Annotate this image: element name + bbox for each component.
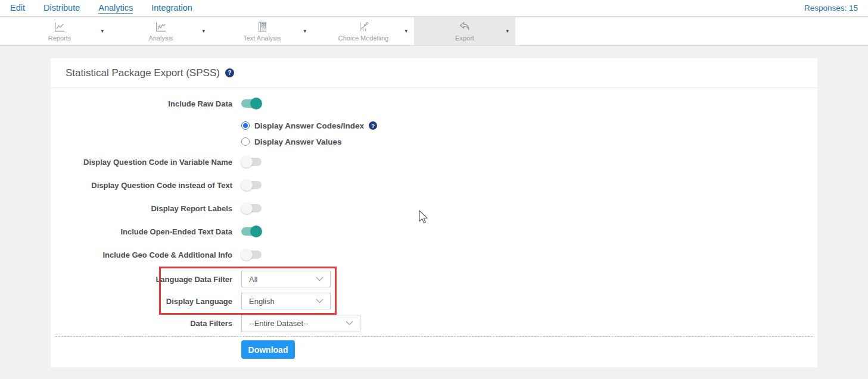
include-geo-code-toggle[interactable] xyxy=(241,250,262,259)
toggle-knob xyxy=(241,249,253,261)
toolbar-item-label: Export xyxy=(455,35,474,42)
question-code-in-variable-name-toggle[interactable] xyxy=(241,158,262,166)
nav-item-distribute[interactable]: Distribute xyxy=(43,3,80,14)
form-row-display-language: Display Language English xyxy=(51,293,817,309)
download-button[interactable]: Download xyxy=(241,340,295,359)
display-report-labels-toggle[interactable] xyxy=(241,204,262,212)
field-label: Data Filters xyxy=(51,319,232,328)
toolbar-item-label: Text Analysis xyxy=(243,35,281,42)
form-row-report-labels: Display Report Labels xyxy=(51,201,817,216)
toolbar-item-analysis[interactable]: Analysis ▾ xyxy=(110,17,211,45)
radio-label: Display Answer Values xyxy=(254,137,342,146)
scatter-chart-icon xyxy=(357,20,370,33)
language-data-filter-dropdown[interactable]: All xyxy=(241,271,331,287)
form-row-data-filters: Data Filters --Entire Dataset-- xyxy=(51,315,817,331)
line-chart-icon xyxy=(53,20,66,33)
toolbar-item-label: Analysis xyxy=(149,35,173,42)
toolbar-item-reports[interactable]: Reports ▾ xyxy=(9,17,110,45)
field-label: Language Data Filter xyxy=(51,275,232,284)
toolbar-item-export[interactable]: Export ▾ xyxy=(414,17,515,45)
chevron-down-icon[interactable]: ▾ xyxy=(405,28,407,34)
toolbar-item-label: Reports xyxy=(48,35,71,42)
help-icon[interactable]: ? xyxy=(369,121,377,130)
field-label: Include Raw Data xyxy=(51,99,232,108)
include-open-ended-text-toggle[interactable] xyxy=(241,227,262,236)
toggle-knob xyxy=(241,156,253,168)
chevron-down-icon[interactable]: ▾ xyxy=(506,28,509,34)
radio-row-answer-codes: Display Answer Codes/Index ? xyxy=(241,118,377,133)
field-label: Display Question Code in Variable Name xyxy=(51,158,232,167)
toggle-knob xyxy=(250,225,262,237)
nav-item-analytics[interactable]: Analytics xyxy=(98,3,133,14)
display-answer-codes-radio[interactable] xyxy=(241,121,250,130)
include-raw-data-toggle[interactable] xyxy=(241,99,262,108)
field-label: Display Report Labels xyxy=(51,204,232,213)
chevron-down-icon[interactable]: ▾ xyxy=(303,28,306,34)
nav-item-edit[interactable]: Edit xyxy=(10,3,25,14)
nav-item-integration[interactable]: Integration xyxy=(151,3,192,14)
dashed-divider xyxy=(55,336,813,337)
form-row-language-data-filter: Language Data Filter All xyxy=(51,271,817,287)
form-row-geo-code: Include Geo Code & Additional Info xyxy=(51,247,817,262)
spss-export-panel: Statistical Package Export (SPSS) ? Incl… xyxy=(51,58,817,367)
form-row-include-raw-data: Include Raw Data xyxy=(51,96,817,111)
chevron-down-icon xyxy=(316,277,323,281)
analytics-toolbar: Reports ▾ Analysis ▾ Text Analysis ▾ xyxy=(0,17,868,46)
chevron-down-icon xyxy=(346,321,353,325)
multi-line-chart-icon xyxy=(154,20,167,33)
responses-count[interactable]: Responses: 15 xyxy=(804,4,858,12)
page-title: Statistical Package Export (SPSS) xyxy=(66,67,220,79)
question-code-instead-of-text-toggle[interactable] xyxy=(241,181,262,189)
toggle-knob xyxy=(241,179,253,191)
toggle-knob xyxy=(241,202,253,214)
field-label: Display Language xyxy=(51,297,232,306)
toolbar-item-text-analysis[interactable]: Text Analysis ▾ xyxy=(211,17,313,45)
field-label: Display Question Code instead of Text xyxy=(51,181,232,190)
form-row-open-ended-text: Include Open-Ended Text Data xyxy=(51,224,817,239)
field-label: Include Open-Ended Text Data xyxy=(51,227,232,236)
export-arrow-icon xyxy=(458,20,471,33)
chevron-down-icon[interactable]: ▾ xyxy=(101,28,104,34)
form-row-question-code-variable-name: Display Question Code in Variable Name xyxy=(51,154,817,170)
top-navigation: Edit Distribute Analytics Integration Re… xyxy=(0,0,868,17)
chevron-down-icon[interactable]: ▾ xyxy=(202,28,205,34)
radio-row-answer-values: Display Answer Values xyxy=(241,134,342,149)
display-language-dropdown[interactable]: English xyxy=(241,293,331,309)
radio-label: Display Answer Codes/Index xyxy=(254,121,364,130)
help-icon[interactable]: ? xyxy=(225,68,234,77)
display-answer-values-radio[interactable] xyxy=(241,137,250,146)
nav-items: Edit Distribute Analytics Integration xyxy=(10,3,192,14)
panel-title-row: Statistical Package Export (SPSS) ? xyxy=(51,58,817,88)
dropdown-value: --Entire Dataset-- xyxy=(249,319,309,328)
document-grid-icon xyxy=(256,20,269,33)
dropdown-value: English xyxy=(249,297,275,306)
toolbar-item-choice-modelling[interactable]: Choice Modelling ▾ xyxy=(313,17,414,45)
toggle-knob xyxy=(250,98,262,109)
toolbar-item-label: Choice Modelling xyxy=(338,35,388,42)
form-row-question-code-instead-of-text: Display Question Code instead of Text xyxy=(51,177,817,193)
data-filters-dropdown[interactable]: --Entire Dataset-- xyxy=(241,315,360,331)
dropdown-value: All xyxy=(249,275,257,284)
chevron-down-icon xyxy=(316,299,323,303)
field-label: Include Geo Code & Additional Info xyxy=(51,250,232,259)
